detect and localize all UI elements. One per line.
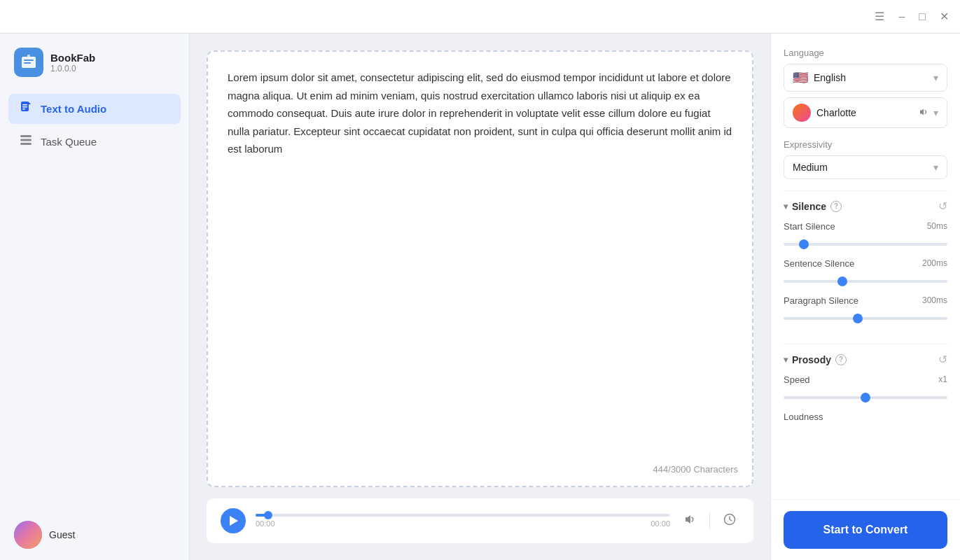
avatar [14,521,42,549]
progress-bar[interactable] [256,514,670,517]
speed-label: Speed [784,374,810,385]
svg-rect-6 [22,106,27,108]
voice-select[interactable]: Charlotte ▾ [784,97,947,128]
expressivity-label: Expressivity [784,139,947,150]
voice-controls: ▾ [918,106,938,120]
language-section: Language 🇺🇸 English ▾ Charlotte [784,48,947,128]
text-to-audio-label: Text to Audio [41,103,106,115]
expressivity-chevron-icon: ▾ [933,162,938,173]
expressivity-select[interactable]: Medium ▾ [784,155,947,179]
sidebar-item-task-queue[interactable]: Task Queue [8,127,181,157]
svg-rect-7 [22,108,25,110]
silence-label: Silence [792,201,826,212]
progress-dot [264,511,272,519]
time-current: 00:00 [256,519,275,528]
prosody-header-left: ▾ Prosody ? [784,354,847,365]
sentence-silence-header: Sentence Silence 200ms [784,258,947,269]
loudness-label: Loudness [784,412,823,422]
prosody-header[interactable]: ▾ Prosody ? ↺ [784,353,947,366]
language-label: Language [784,48,947,58]
silence-chevron-icon: ▾ [784,202,788,211]
start-silence-row: Start Silence 50ms [784,221,947,248]
speaker-icon[interactable] [918,106,929,120]
svg-rect-3 [27,55,30,58]
paragraph-silence-row: Paragraph Silence 300ms [784,295,947,323]
svg-rect-1 [24,59,34,61]
speed-header: Speed x1 [784,374,947,385]
expressivity-section: Expressivity Medium ▾ [784,139,947,179]
prosody-help-icon[interactable]: ? [835,354,847,365]
minimize-button[interactable]: – [898,10,905,23]
svg-rect-10 [20,143,32,145]
svg-rect-9 [20,139,32,141]
start-silence-header: Start Silence 50ms [784,221,947,232]
audio-player: 00:00 00:00 [207,498,753,543]
close-button[interactable]: ✕ [940,10,949,23]
user-name: Guest [49,529,75,540]
speed-slider[interactable] [784,396,947,399]
sidebar-footer: Guest [0,510,189,560]
right-panel: Language 🇺🇸 English ▾ Charlotte [770,34,960,560]
player-divider [709,512,710,529]
language-select[interactable]: 🇺🇸 English ▾ [784,64,947,92]
flag-icon: 🇺🇸 [793,70,808,85]
play-button[interactable] [221,508,246,533]
voice-value: Charlotte [816,107,856,118]
start-silence-label: Start Silence [784,221,835,232]
prosody-label: Prosody [792,354,831,365]
app-layout: BookFab 1.0.0.0 Text to Audio [0,34,960,560]
loudness-row: Loudness [784,412,947,422]
main-content: Lorem ipsum dolor sit amet, consectetur … [190,34,770,560]
paragraph-silence-value: 300ms [922,295,947,306]
menu-icon[interactable]: ☰ [875,10,884,23]
titlebar: ☰ – □ ✕ [0,0,960,34]
doc-icon [18,101,34,117]
start-convert-button[interactable]: Start to Convert [784,511,947,549]
sentence-silence-row: Sentence Silence 200ms [784,258,947,286]
app-logo-icon [14,48,43,77]
time-total: 00:00 [651,519,670,528]
silence-help-icon[interactable]: ? [830,201,842,212]
sentence-silence-slider[interactable] [784,280,947,283]
voice-chevron-icon: ▾ [933,107,938,118]
silence-header[interactable]: ▾ Silence ? ↺ [784,200,947,213]
history-button[interactable] [720,512,739,530]
silence-section: ▾ Silence ? ↺ Start Silence 50ms Sent [784,190,947,332]
char-count: 444/3000 Characters [653,464,738,475]
task-queue-label: Task Queue [41,136,97,148]
loudness-header: Loudness [784,412,947,422]
sidebar-item-text-to-audio[interactable]: Text to Audio [8,94,181,124]
start-silence-slider[interactable] [784,243,947,246]
maximize-button[interactable]: □ [919,10,926,23]
expressivity-value: Medium [793,162,828,173]
time-labels: 00:00 00:00 [256,519,670,528]
prosody-section: ▾ Prosody ? ↺ Speed x1 Loudness [784,344,947,432]
silence-reset-icon[interactable]: ↺ [938,200,947,213]
svg-rect-5 [22,104,27,106]
text-input-box[interactable]: Lorem ipsum dolor sit amet, consectetur … [207,50,753,487]
svg-rect-8 [20,135,32,137]
sidebar-logo: BookFab 1.0.0.0 [0,34,189,88]
list-icon [18,134,34,150]
voice-select-left: Charlotte [793,104,856,122]
voice-avatar [793,104,811,122]
sidebar: BookFab 1.0.0.0 Text to Audio [0,34,190,560]
prosody-chevron-icon: ▾ [784,355,788,365]
speed-value: x1 [938,374,947,385]
silence-header-left: ▾ Silence ? [784,201,842,212]
sentence-silence-value: 200ms [922,258,947,269]
play-icon [230,516,238,526]
speed-row: Speed x1 [784,374,947,402]
paragraph-silence-header: Paragraph Silence 300ms [784,295,947,306]
right-panel-inner: Language 🇺🇸 English ▾ Charlotte [771,34,960,499]
language-value: English [814,72,846,83]
avatar-image [14,521,42,549]
app-name: BookFab [50,52,95,64]
text-input-content[interactable]: Lorem ipsum dolor sit amet, consectetur … [228,69,732,158]
prosody-reset-icon[interactable]: ↺ [938,353,947,366]
svg-rect-2 [24,62,31,64]
paragraph-silence-slider[interactable] [784,317,947,320]
volume-button[interactable] [680,512,700,530]
language-select-left: 🇺🇸 English [793,70,846,85]
titlebar-controls: ☰ – □ ✕ [875,10,949,23]
